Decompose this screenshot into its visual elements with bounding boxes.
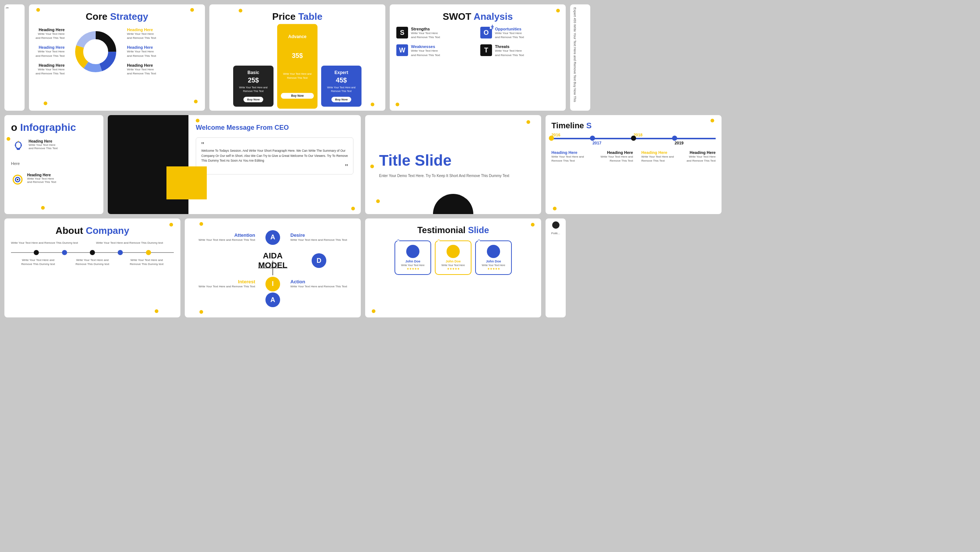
deco-dot [370,165,374,168]
core-heading-l2: Heading Here Write Your Text Hereand Rem… [35,45,65,57]
price-card-expert-name: Expert [325,70,358,75]
year-2019: 2019 [675,141,683,145]
partial-dark-circle [552,221,560,229]
swot-title-blue: Analysis [474,11,513,22]
test-stars-2: ★★★★★ [439,267,467,270]
timeline-dot-2019 [672,135,677,141]
timeline-line: 2016 2017 2018 2019 [551,138,716,139]
core-strategy-title: Core Strategy [35,11,198,22]
test-name-2: John Doe [439,259,467,263]
swot-content-w: Weaknesses Write Your Text Hereand Remov… [411,45,440,57]
tl-dot-3 [90,250,95,255]
test-avatar-2 [447,245,460,258]
tl-dot-4 [118,250,123,255]
timeline-h4: Heading Here Write Your Text Here and Re… [686,150,716,163]
price-card-advance: Advance 35$ Write Your Text Here and Rem… [277,24,318,109]
aida-a-circle-bottom: A [266,293,280,307]
aida-center-label: AIDAMODEL [258,251,288,270]
aida-action-label: Action [290,279,350,285]
aida-circle-a-top: A [258,230,288,245]
deco-dot [155,309,158,313]
deco-dot [239,9,242,13]
test-avatar-1 [406,245,419,258]
partial-slide-right-r3: Politi... [546,218,566,317]
deco-dot [553,207,557,210]
test-card-3: " John Doe Write Your Text Here ★★★★★ [475,240,512,275]
core-heading-r1: Heading Here Write Your Text Hereand Rem… [127,27,156,40]
price-card-basic-btn[interactable]: Buy Now [243,97,263,102]
svg-point-5 [15,142,21,148]
aida-i-circle: I [266,277,280,291]
deco-dot [6,137,10,141]
swot-item-w: W Weaknesses Write Your Text Hereand Rem… [396,45,475,57]
slide-price-table: Price Table Basic 25$ Write Your Text He… [209,5,385,111]
ceo-title: Welcome Message From CEO [196,124,353,132]
infographic-text-1: Heading Here Write Your Text Hereand Rem… [29,139,57,150]
deco-dot [376,199,380,203]
quote-icon-3: " [478,238,480,244]
core-heading-r2: Heading Here Write Your Text Hereand Rem… [127,45,156,57]
about-title-blue: Company [86,225,129,236]
slide-about: About Company Write Your Text Here and R… [5,218,180,317]
quote-close-icon: " [201,165,348,169]
test-card-1: " John Doe Write Your Text Here ★★★★★ [395,240,431,275]
aida-action: Action Write Your Text Here and Remove T… [288,279,350,288]
core-title-black: Core [86,11,110,22]
price-card-basic-name: Basic [237,70,270,75]
price-card-expert-text: Write Your Text Here and Remove This Tex… [325,86,358,93]
deco-dot [556,9,560,13]
quote-open-icon: " [201,143,348,147]
deco-dot [41,206,45,210]
price-card-expert-btn[interactable]: Buy Now [331,97,351,102]
deco-dot [372,309,375,313]
price-title-black: Price [272,11,298,22]
aida-d-circle: D [312,253,326,268]
about-text-1: Write Your Text Here and Remove This Dum… [11,241,89,245]
target-svg [11,173,24,186]
timeline-title: Timeline S [551,121,716,130]
aida-grid: Attention Write Your Text Here and Remov… [191,225,354,311]
deco-dot [527,120,530,124]
slide-aida: Attention Write Your Text Here and Remov… [185,218,361,317]
timeline-visual: 2016 2017 2018 2019 [551,138,716,139]
timeline-h3: Heading Here Write Your Text Here and Re… [641,150,678,163]
aida-interest: Interest Write Your Text Here and Remove… [195,279,258,288]
infographic-items: Heading Here Write Your Text Hereand Rem… [11,139,97,186]
swot-plus-icon: + [490,24,495,29]
infographic-item-2: Heading Here Write Your Text Hereand Rem… [11,173,97,186]
price-table-title: Price Table [216,11,379,22]
deco-dot [531,223,535,226]
tl-dot-5 [146,250,151,255]
test-avatar-3 [487,245,500,258]
price-card-advance-amount: 35$ [281,52,314,60]
test-name-1: John Doe [399,259,427,263]
core-strategy-content: Heading Here Write Your Text Hereand Rem… [35,27,198,75]
core-heading-l1: Heading Here Write Your Text Hereand Rem… [35,27,65,40]
lightbulb-svg [12,140,25,153]
ceo-dark-panel [108,115,188,214]
infographic-label-here: Here [11,161,97,165]
swot-title-black: SWOT [442,11,473,22]
slide-testimonial: Testimonial Slide " John Doe Write Your … [365,218,541,317]
slide-timeline: Timeline S 2016 2017 2018 2019 Heading H… [546,115,722,214]
aida-desire: Desire Write Your Text Here and Remove T… [288,232,350,242]
about-text-row: Write Your Text Here and Remove This Dum… [11,241,174,245]
deco-dot [371,103,374,106]
svg-point-13 [17,179,18,180]
quote-icon-2: " [438,238,439,244]
deco-dot [711,119,714,122]
testimonial-title: Testimonial Slide [372,225,535,235]
test-text-1: Write Your Text Here [399,264,427,266]
swot-item-t: T Threats Write Your Text Hereand Remove… [480,45,559,57]
aida-interest-label: Interest [195,279,255,285]
price-card-expert-amount: 45$ [325,76,358,84]
timeline-headings: Heading Here Write Your Text Here and Re… [551,150,716,163]
slide-swot: SWOT Analysis S Strengths Write Your Tex… [390,5,566,111]
swot-item-o: O + Opportunities Write Your Text Herean… [480,27,559,39]
year-2017: 2017 [592,141,601,145]
swot-content-o: Opportunities Write Your Text Hereand Re… [495,27,524,39]
tl-dot-2 [62,250,67,255]
aida-lines-svg [258,261,288,275]
price-card-advance-btn[interactable]: Buy Now [281,93,314,99]
timeline-h1: Heading Here Write Your Text Here and Re… [551,150,588,163]
